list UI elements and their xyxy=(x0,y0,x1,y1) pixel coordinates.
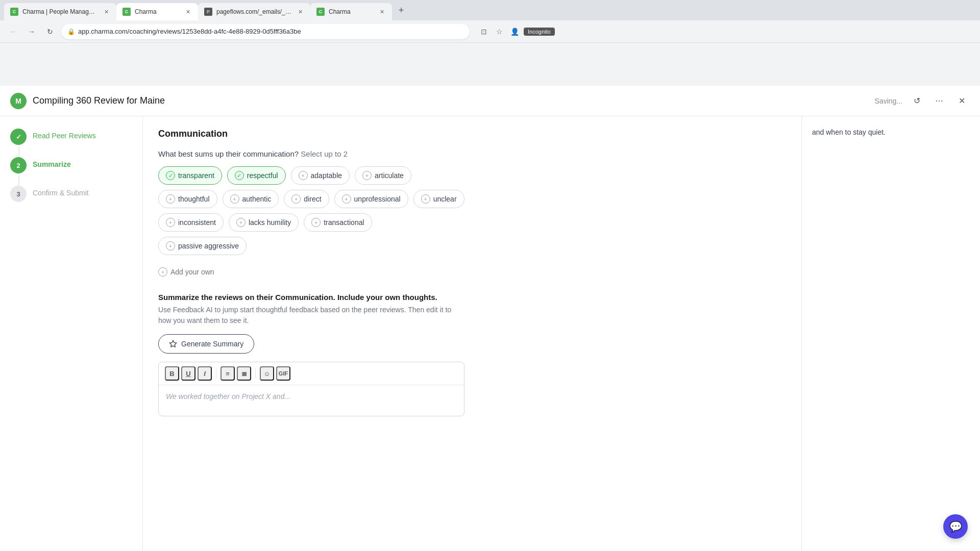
tag-lacks-humility-label: lacks humility xyxy=(249,218,291,227)
tag-unprofessional-label: unprofessional xyxy=(354,195,401,203)
generate-icon xyxy=(169,340,177,348)
chip-icon-adaptable: + xyxy=(299,171,308,180)
editor-body[interactable]: We worked together on Project X and... xyxy=(159,385,464,416)
tab-2[interactable]: C Charma ✕ xyxy=(116,3,198,20)
tab-2-title: Charma xyxy=(135,8,180,15)
tag-passive-aggressive-label: passive aggressive xyxy=(178,242,239,250)
toolbar-sep-2 xyxy=(255,368,256,379)
tag-respectful-label: respectful xyxy=(247,171,278,180)
chip-icon-authentic: + xyxy=(230,194,239,204)
generate-summary-button[interactable]: Generate Summary xyxy=(158,334,254,354)
step-2-indicator: 2 xyxy=(10,157,27,173)
back-button[interactable]: ← xyxy=(6,24,20,39)
tag-adaptable-label: adaptable xyxy=(311,171,342,180)
add-your-own[interactable]: + Add your own xyxy=(158,263,464,281)
right-panel-text: and when to stay quiet. xyxy=(812,127,970,138)
chip-icon-passive-aggressive: + xyxy=(166,241,175,251)
more-button[interactable]: ⋯ xyxy=(931,93,947,109)
history-button[interactable]: ↺ xyxy=(909,93,925,109)
toolbar-emoji[interactable]: ☺ xyxy=(260,366,274,381)
tab-1-favicon: C xyxy=(10,8,18,16)
tab-bar: C Charma | People Management S... ✕ C Ch… xyxy=(0,0,980,20)
summarize-sublabel: Use Feedback AI to jump start thoughtful… xyxy=(158,305,464,326)
step-3-label: Confirm & Submit xyxy=(33,186,89,197)
toolbar-sep-1 xyxy=(216,368,216,379)
chip-icon-respectful: ✓ xyxy=(235,171,244,180)
toolbar-ordered-list[interactable]: ≣ xyxy=(237,366,251,381)
tag-inconsistent-label: inconsistent xyxy=(178,218,216,227)
tag-authentic[interactable]: + authentic xyxy=(223,190,279,208)
tag-articulate-label: articulate xyxy=(375,171,404,180)
tag-transactional[interactable]: + transactional xyxy=(304,213,372,232)
tab-2-close[interactable]: ✕ xyxy=(184,8,192,16)
tag-thoughtful-label: thoughtful xyxy=(178,195,210,203)
tab-3[interactable]: P pageflows.com/_emails/_j7fb5... ✕ xyxy=(198,3,310,20)
bookmark-icon[interactable]: ☆ xyxy=(493,26,505,38)
step-3-indicator: 3 xyxy=(10,186,27,202)
toolbar-gif[interactable]: GIF xyxy=(276,366,290,381)
tag-articulate[interactable]: + articulate xyxy=(355,166,411,185)
saving-text: Saving... xyxy=(875,97,902,105)
tag-respectful[interactable]: ✓ respectful xyxy=(227,166,286,185)
profile-icon[interactable]: 👤 xyxy=(508,26,521,38)
tab-4-close[interactable]: ✕ xyxy=(378,8,386,16)
sidebar-step-3[interactable]: 3 Confirm & Submit xyxy=(10,186,132,202)
step-2-label: Summarize xyxy=(33,157,71,168)
tag-unclear[interactable]: + unclear xyxy=(413,190,464,208)
refresh-button[interactable]: ↻ xyxy=(43,24,57,39)
sidebar-step-2[interactable]: 2 Summarize xyxy=(10,157,132,173)
tab-3-title: pageflows.com/_emails/_j7fb5... xyxy=(216,8,292,15)
select-hint: Select up to 2 xyxy=(301,149,348,158)
tags-grid: ✓ transparent ✓ respectful + adaptable xyxy=(158,166,464,255)
chip-icon-unprofessional: + xyxy=(342,194,351,204)
chip-icon-transparent: ✓ xyxy=(166,171,175,180)
address-bar: ← → ↻ 🔒 app.charma.com/coaching/reviews/… xyxy=(0,20,980,43)
tab-1[interactable]: C Charma | People Management S... ✕ xyxy=(4,3,116,20)
sidebar: ✓ Read Peer Reviews 2 Summarize 3 Confir… xyxy=(0,116,143,551)
chip-icon-thoughtful: + xyxy=(166,194,175,204)
app-title: Compiling 360 Review for Maine xyxy=(33,95,869,106)
main-content: Communication What best sums up their co… xyxy=(143,116,801,551)
tab-4-favicon: C xyxy=(316,8,325,16)
tag-authentic-label: authentic xyxy=(242,195,272,203)
tag-passive-aggressive[interactable]: + passive aggressive xyxy=(158,237,247,255)
tag-unclear-label: unclear xyxy=(433,195,457,203)
toolbar-bold[interactable]: B xyxy=(165,366,179,381)
tag-inconsistent[interactable]: + inconsistent xyxy=(158,213,224,232)
tab-3-favicon: P xyxy=(204,8,212,16)
tag-adaptable[interactable]: + adaptable xyxy=(291,166,350,185)
new-tab-button[interactable]: + xyxy=(394,3,408,17)
cast-icon[interactable]: ⊡ xyxy=(478,26,490,38)
chip-icon-transactional: + xyxy=(311,218,321,227)
url-bar[interactable]: 🔒 app.charma.com/coaching/reviews/1253e8… xyxy=(61,24,470,39)
close-button[interactable]: ✕ xyxy=(953,93,970,109)
tag-transparent-label: transparent xyxy=(178,171,214,180)
forward-button[interactable]: → xyxy=(24,24,39,39)
add-your-own-label: Add your own xyxy=(170,268,214,276)
tag-thoughtful[interactable]: + thoughtful xyxy=(158,190,217,208)
toolbar-bullet-list[interactable]: ≡ xyxy=(220,366,235,381)
tab-4-title: Charma xyxy=(329,8,374,15)
sidebar-step-1[interactable]: ✓ Read Peer Reviews xyxy=(10,129,132,145)
toolbar-italic[interactable]: I xyxy=(198,366,212,381)
editor-placeholder: We worked together on Project X and... xyxy=(166,392,290,400)
chat-icon: 💬 xyxy=(949,520,962,533)
step-1-indicator: ✓ xyxy=(10,129,27,145)
url-text: app.charma.com/coaching/reviews/1253e8dd… xyxy=(78,28,301,35)
editor-container: B U I ≡ ≣ ☺ GIF We worked together on Pr… xyxy=(158,362,464,416)
chip-icon-inconsistent: + xyxy=(166,218,175,227)
tag-transparent[interactable]: ✓ transparent xyxy=(158,166,222,185)
app-logo: M xyxy=(10,93,27,109)
tab-4[interactable]: C Charma ✕ xyxy=(310,3,392,20)
tag-lacks-humility[interactable]: + lacks humility xyxy=(229,213,299,232)
chat-bubble-button[interactable]: 💬 xyxy=(943,514,968,539)
toolbar-underline[interactable]: U xyxy=(181,366,195,381)
tag-unprofessional[interactable]: + unprofessional xyxy=(334,190,408,208)
incognito-badge: Incognito xyxy=(524,28,555,36)
tab-2-favicon: C xyxy=(122,8,131,16)
content-area: Communication What best sums up their co… xyxy=(143,116,480,427)
tab-1-close[interactable]: ✕ xyxy=(102,8,110,16)
tag-direct[interactable]: + direct xyxy=(284,190,329,208)
editor-toolbar: B U I ≡ ≣ ☺ GIF xyxy=(159,362,464,385)
tab-3-close[interactable]: ✕ xyxy=(296,8,304,16)
